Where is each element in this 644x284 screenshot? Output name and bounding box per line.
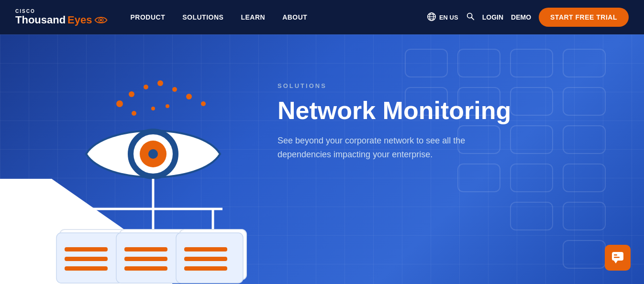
svg-rect-30 bbox=[65, 247, 108, 251]
nav-solutions[interactable]: SOLUTIONS bbox=[182, 13, 223, 21]
deco-rect-12 bbox=[563, 164, 606, 192]
svg-rect-32 bbox=[65, 266, 108, 271]
nav-about[interactable]: ABOUT bbox=[282, 13, 307, 21]
deco-rect-17 bbox=[563, 240, 606, 269]
navbar: CISCO Thousand Eyes PRODUCT SOLUTIONS LE… bbox=[0, 0, 644, 34]
deco-rect-15 bbox=[563, 202, 606, 230]
search-icon[interactable] bbox=[466, 12, 475, 22]
nav-right: EN US LOGIN DEMO START FREE TRIAL bbox=[427, 8, 629, 27]
hero-title: Network Monitoring bbox=[278, 97, 574, 124]
svg-point-12 bbox=[157, 80, 163, 86]
svg-point-1 bbox=[100, 19, 102, 21]
hero-illustration bbox=[19, 49, 287, 284]
nav-product[interactable]: PRODUCT bbox=[131, 13, 166, 21]
deco-rect-3 bbox=[457, 49, 500, 77]
language-selector[interactable]: EN US bbox=[427, 12, 458, 23]
deco-rect-2 bbox=[510, 49, 553, 77]
svg-rect-31 bbox=[65, 257, 108, 261]
nav-learn[interactable]: LEARN bbox=[241, 13, 265, 21]
hero-section: SOLUTIONS Network Monitoring See beyond … bbox=[0, 34, 644, 284]
svg-rect-36 bbox=[124, 257, 167, 261]
logo[interactable]: CISCO Thousand Eyes bbox=[15, 9, 108, 26]
svg-point-11 bbox=[144, 85, 148, 89]
hero-content: SOLUTIONS Network Monitoring See beyond … bbox=[278, 82, 574, 162]
hero-desc-line1: See beyond your corporate network to see… bbox=[278, 136, 465, 145]
eye-logo-icon bbox=[94, 15, 108, 25]
svg-rect-43 bbox=[612, 252, 623, 261]
svg-rect-42 bbox=[184, 266, 227, 271]
svg-point-10 bbox=[129, 91, 134, 97]
svg-rect-46 bbox=[614, 257, 620, 258]
deco-rect-13 bbox=[510, 164, 553, 192]
svg-point-13 bbox=[172, 87, 177, 92]
svg-rect-45 bbox=[614, 254, 617, 256]
nav-links: PRODUCT SOLUTIONS LEARN ABOUT bbox=[131, 13, 427, 21]
svg-point-9 bbox=[116, 100, 123, 107]
start-trial-button[interactable]: START FREE TRIAL bbox=[539, 8, 629, 27]
svg-point-15 bbox=[201, 101, 206, 106]
brand-name: Thousand Eyes bbox=[15, 14, 108, 26]
deco-rect-16 bbox=[510, 202, 553, 230]
logo-thousand: Thousand bbox=[15, 14, 66, 26]
svg-point-16 bbox=[132, 111, 136, 116]
svg-rect-37 bbox=[124, 266, 167, 271]
logo-eyes: Eyes bbox=[67, 14, 92, 26]
deco-rect-4 bbox=[405, 49, 448, 77]
cisco-label: CISCO bbox=[15, 9, 108, 14]
svg-rect-40 bbox=[184, 247, 227, 251]
svg-point-14 bbox=[186, 94, 192, 99]
lang-label: EN US bbox=[439, 14, 458, 21]
svg-line-8 bbox=[471, 17, 474, 20]
demo-link[interactable]: DEMO bbox=[511, 13, 531, 21]
svg-rect-41 bbox=[184, 257, 227, 261]
chat-icon bbox=[611, 251, 624, 264]
svg-rect-35 bbox=[124, 247, 167, 251]
deco-rect-1 bbox=[563, 49, 606, 77]
chat-button[interactable] bbox=[605, 245, 631, 271]
globe-icon bbox=[427, 12, 436, 23]
svg-point-17 bbox=[151, 107, 155, 110]
hero-description: See beyond your corporate network to see… bbox=[278, 134, 517, 162]
svg-point-22 bbox=[148, 149, 158, 159]
login-link[interactable]: LOGIN bbox=[482, 13, 503, 21]
svg-point-18 bbox=[166, 104, 169, 108]
hero-desc-line2: dependencies impacting your enterprise. bbox=[278, 150, 433, 159]
solutions-label: SOLUTIONS bbox=[278, 82, 574, 89]
svg-marker-44 bbox=[614, 261, 618, 263]
deco-rect-14 bbox=[457, 164, 500, 192]
